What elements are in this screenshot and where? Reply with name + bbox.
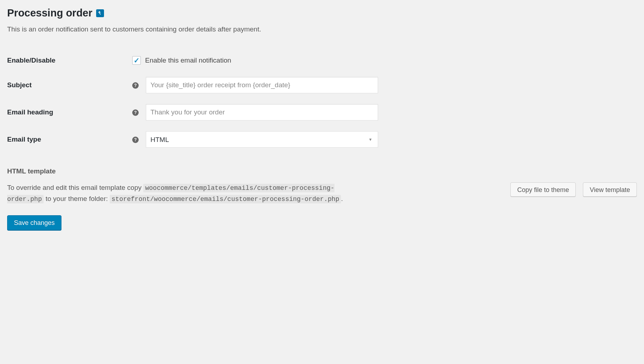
email-heading-input[interactable] <box>146 104 378 120</box>
email-heading-label: Email heading <box>7 99 129 126</box>
enable-checkbox-label: Enable this email notification <box>145 56 231 64</box>
template-destination-path: storefront/woocommerce/emails/customer-p… <box>110 195 341 203</box>
enable-disable-label: Enable/Disable <box>7 49 129 72</box>
template-override-text: To override and edit this email template… <box>7 182 350 205</box>
help-icon[interactable]: ? <box>132 82 139 89</box>
help-icon[interactable]: ? <box>132 109 139 116</box>
email-type-select[interactable]: HTML <box>146 131 378 148</box>
subject-label: Subject <box>7 72 129 99</box>
page-description: This is an order notification sent to cu… <box>7 25 637 33</box>
view-template-button[interactable]: View template <box>583 182 637 197</box>
enable-checkbox[interactable] <box>132 56 141 65</box>
page-title: Processing order <box>7 7 93 19</box>
copy-file-to-theme-button[interactable]: Copy file to theme <box>510 182 576 197</box>
help-icon[interactable]: ? <box>132 137 139 143</box>
subject-input[interactable] <box>146 77 378 93</box>
html-template-heading: HTML template <box>7 167 637 175</box>
back-arrow-icon[interactable] <box>96 9 104 17</box>
email-type-label: Email type <box>7 126 129 153</box>
save-changes-button[interactable]: Save changes <box>7 215 61 230</box>
